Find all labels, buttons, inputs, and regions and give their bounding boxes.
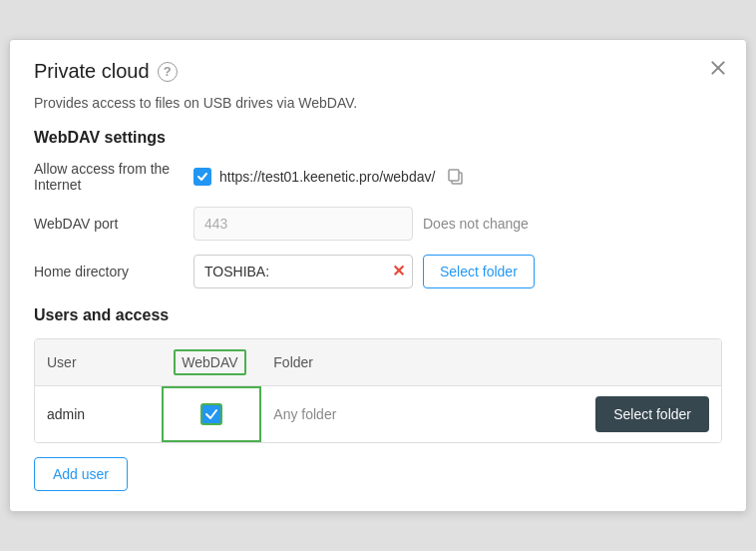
webdav-port-row: WebDAV port Does not change <box>34 207 722 241</box>
add-user-button[interactable]: Add user <box>34 457 128 491</box>
col-header-webdav: WebDAV <box>162 339 261 386</box>
home-dir-select-folder-button[interactable]: Select folder <box>423 255 535 288</box>
dialog-title: Private cloud <box>34 60 150 83</box>
webdav-checkmark-icon <box>204 407 218 421</box>
dialog-header: Private cloud ? <box>34 60 722 83</box>
webdav-checkbox[interactable] <box>200 403 222 425</box>
table-row: admin Any folder <box>35 386 721 443</box>
webdav-port-input[interactable] <box>193 207 413 241</box>
allow-access-checkbox-wrapper[interactable]: https://test01.keenetic.pro/webdav/ <box>193 168 435 186</box>
col-header-folder: Folder <box>261 339 439 386</box>
col-header-action <box>440 339 721 386</box>
allow-access-row: Allow access from the Internet https://t… <box>34 161 722 193</box>
col-header-user: User <box>35 339 162 386</box>
help-icon[interactable]: ? <box>158 62 178 82</box>
port-controls: Does not change <box>193 207 722 241</box>
copy-icon[interactable] <box>445 166 467 188</box>
webdav-section-title: WebDAV settings <box>34 129 722 147</box>
home-dir-row: Home directory ✕ Select folder <box>34 255 722 288</box>
port-note: Does not change <box>423 216 529 232</box>
webdav-checkbox-wrapper <box>174 403 249 425</box>
allow-access-controls: https://test01.keenetic.pro/webdav/ <box>193 166 722 188</box>
home-dir-controls: ✕ Select folder <box>193 255 722 288</box>
home-dir-label: Home directory <box>34 264 193 279</box>
user-cell: admin <box>35 386 162 443</box>
user-select-folder-button[interactable]: Select folder <box>595 396 709 432</box>
folder-value: Any folder <box>273 406 336 422</box>
webdav-port-label: WebDAV port <box>34 216 193 232</box>
allow-access-checkbox[interactable] <box>193 168 211 186</box>
table-header-row: User WebDAV Folder <box>35 339 721 386</box>
action-cell: Select folder <box>440 386 721 443</box>
users-table-container: User WebDAV Folder admin <box>34 338 722 443</box>
folder-cell: Any folder <box>261 386 439 443</box>
webdav-col-label: WebDAV <box>174 349 245 375</box>
close-icon[interactable] <box>706 56 730 80</box>
users-table: User WebDAV Folder admin <box>35 339 721 442</box>
home-dir-wrapper: ✕ <box>193 255 413 288</box>
allow-access-label: Allow access from the Internet <box>34 161 193 193</box>
users-section-title: Users and access <box>34 306 722 324</box>
webdav-url: https://test01.keenetic.pro/webdav/ <box>219 169 435 185</box>
checkmark-icon <box>196 171 208 183</box>
user-name: admin <box>47 406 85 422</box>
dialog-description: Provides access to files on USB drives v… <box>34 95 722 111</box>
home-dir-input[interactable] <box>193 255 413 288</box>
clear-icon[interactable]: ✕ <box>392 264 405 279</box>
private-cloud-dialog: Private cloud ? Provides access to files… <box>9 39 747 512</box>
svg-rect-1 <box>449 170 459 181</box>
webdav-cell <box>162 386 261 443</box>
